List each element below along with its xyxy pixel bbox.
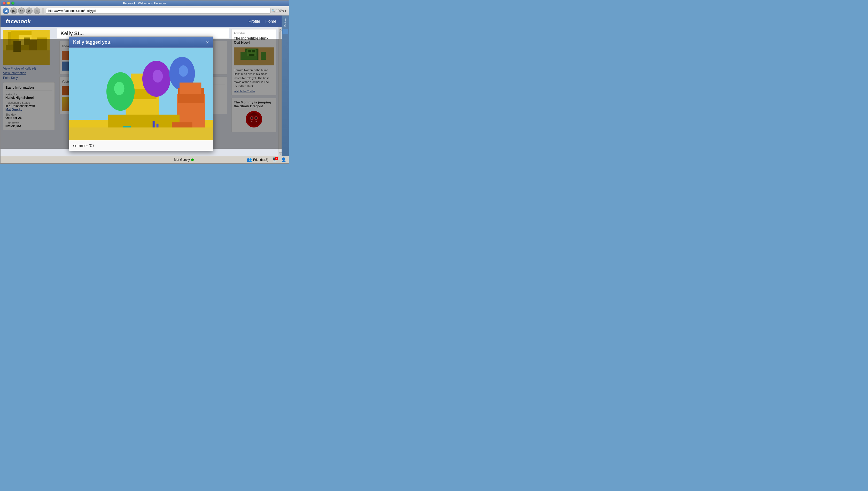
nav-profile[interactable]: Profile — [249, 19, 260, 24]
toolbar: ◀ ▶ ↻ ✕ ⌂ 🔍 100% + — [1, 6, 289, 16]
minimize-button[interactable] — [7, 2, 10, 5]
zoom-control: 🔍 100% + — [272, 8, 287, 13]
back-button[interactable]: ◀ — [3, 7, 9, 14]
scroll-thumb[interactable] — [279, 31, 281, 39]
svg-rect-46 — [69, 127, 213, 140]
zoom-level: 100% — [276, 9, 284, 13]
window-title: Facenook - Welcome to Facenook — [123, 2, 166, 5]
status-bar: Mat Gursky 👥 Friends (2) 🖥️ 1 👤 — [1, 156, 289, 163]
title-bar: Facenook - Welcome to Facenook — [1, 1, 289, 6]
fb-nav: Profile Home — [249, 19, 276, 24]
home-button[interactable]: ⌂ — [34, 7, 40, 14]
modal-image — [69, 48, 213, 141]
svg-rect-40 — [180, 83, 201, 94]
scroll-up-button[interactable]: ▲ — [279, 27, 282, 31]
svg-point-33 — [153, 69, 163, 83]
desktop-icon[interactable] — [282, 29, 288, 34]
zoom-out-icon[interactable]: 🔍 — [272, 9, 275, 13]
svg-point-37 — [114, 82, 125, 95]
tag-modal: Kelly tagged you. × — [69, 36, 213, 151]
user-icon[interactable]: 👤 — [281, 157, 286, 162]
notification-badge: 1 — [275, 157, 278, 160]
modal-close-button[interactable]: × — [206, 39, 209, 45]
forward-button[interactable]: ▶ — [10, 7, 17, 14]
nav-home[interactable]: Home — [265, 19, 276, 24]
address-bar[interactable] — [46, 8, 271, 14]
friends-icon: 👥 — [247, 157, 252, 162]
security-icon — [42, 8, 44, 14]
notification-area: 🖥️ 1 — [272, 157, 277, 162]
window-controls — [3, 2, 14, 5]
online-indicator — [191, 158, 194, 161]
stop-button[interactable]: ✕ — [26, 7, 33, 14]
desktop-sidebar: Desktop — [282, 16, 289, 156]
modal-caption: summer '07 — [69, 141, 213, 151]
modal-header: Kelly tagged you. × — [69, 37, 213, 48]
modal-body: summer '07 — [69, 48, 213, 151]
status-user: Mat Gursky — [125, 158, 243, 162]
logged-in-user: Mat Gursky — [174, 158, 190, 162]
close-button[interactable] — [3, 2, 6, 5]
friends-button[interactable]: 👥 Friends (2) — [247, 157, 268, 162]
friends-label: Friends (2) — [253, 158, 268, 162]
maximize-button[interactable] — [11, 2, 14, 5]
scroll-down-button[interactable]: ▼ — [279, 152, 282, 156]
page-inner: facenook Profile Home — [1, 16, 282, 156]
modal-overlay[interactable]: Kelly tagged you. × — [1, 39, 282, 149]
advertise-label: Advertise — [234, 32, 274, 35]
desktop-label: Desktop — [284, 18, 286, 27]
balloon-scene-svg — [69, 48, 213, 141]
fb-header: facenook Profile Home — [1, 16, 282, 27]
modal-title: Kelly tagged you. — [73, 39, 112, 45]
fb-logo: facenook — [6, 18, 31, 25]
profile-name: Kelly St... — [60, 30, 84, 36]
svg-point-35 — [179, 65, 188, 77]
browser-window: Facenook - Welcome to Facenook ◀ ▶ ↻ ✕ ⌂… — [0, 0, 289, 164]
zoom-in-icon[interactable]: + — [284, 8, 287, 13]
reload-button[interactable]: ↻ — [18, 7, 25, 14]
browser-body: facenook Profile Home — [1, 16, 289, 156]
profile-page: View Photos of Kelly (4) View Informatio… — [1, 27, 282, 156]
